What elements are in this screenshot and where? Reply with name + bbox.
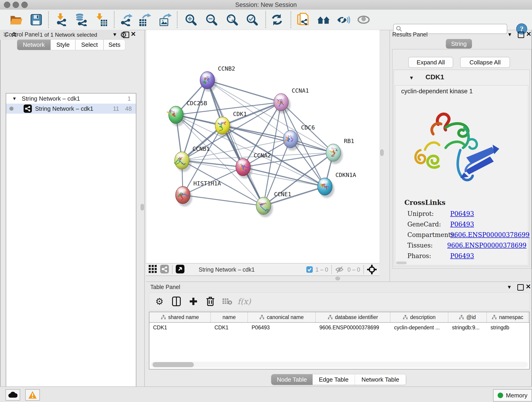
crosslink-link[interactable]: P06493 [450, 221, 474, 228]
table-hscroll-thumb[interactable] [152, 362, 194, 367]
network-row-selected[interactable]: String Network – cdk1 11 48 [6, 104, 136, 114]
edge-CCNB2-RB1[interactable] [207, 80, 333, 153]
left-splitter-handle[interactable] [141, 204, 144, 211]
first-neighbors-button[interactable] [316, 12, 331, 27]
export-table-icon [139, 13, 152, 26]
collapse-panel-icon[interactable]: ▼ [507, 32, 512, 38]
section-expand-icon[interactable]: ▼ [409, 75, 414, 81]
cell-1[interactable]: CDK1 [211, 323, 248, 332]
birdseye-crosshair-icon[interactable] [367, 265, 377, 274]
network-share-icon [24, 104, 32, 113]
cell-4[interactable]: cyclin-dependent ... [390, 323, 448, 332]
crosslink-link[interactable]: 9606.ENSP00000378699 [447, 242, 526, 249]
network-canvas[interactable]: CCNB2CCNA1CDC25BCDK1CDC6RB1CCNB1CCNA2CDK… [146, 30, 380, 264]
tab-network[interactable]: Network [17, 39, 51, 50]
open-session-button[interactable] [8, 12, 24, 27]
column-header-namespac[interactable]: namespac [487, 312, 529, 322]
results-hscroll-thumb[interactable] [396, 262, 407, 264]
cell-5[interactable]: stringdb:9... [448, 323, 487, 332]
collapse-panel-icon[interactable]: ▼ [112, 32, 117, 38]
hidden-count: 0 – 0 [347, 266, 360, 273]
gene-details: cyclin-dependent kinase 1 Cross [395, 85, 528, 265]
float-panel-icon[interactable] [123, 32, 129, 38]
close-panel-icon[interactable]: ✕ [526, 284, 531, 289]
collapse-all-button[interactable]: Collapse All [460, 57, 510, 68]
column-header-canonical-name[interactable]: canonical name [248, 312, 316, 322]
save-session-button[interactable] [28, 12, 44, 27]
tab-node-table[interactable]: Node Table [271, 374, 313, 385]
hide-selected-button[interactable] [336, 12, 351, 27]
node-count: 11 [113, 105, 119, 112]
show-grid-button[interactable] [149, 265, 157, 274]
tab-select[interactable]: Select [75, 39, 104, 50]
edge-count: 48 [125, 105, 132, 112]
export-network-button[interactable] [119, 12, 134, 27]
column-header-shared-name[interactable]: shared name [149, 312, 211, 322]
zoom-in-icon [185, 13, 197, 26]
export-table-button[interactable] [138, 12, 153, 27]
cloud-status-button[interactable] [6, 389, 20, 401]
crosslink-link[interactable]: 9606.ENSP00000378699 [450, 231, 530, 238]
node-CCNA1[interactable]: CCNA1 [274, 87, 309, 114]
cell-2[interactable]: P06493 [248, 323, 316, 332]
edge-CCNB2-CCNA1[interactable] [207, 80, 281, 102]
grid-icon [149, 265, 157, 273]
zoom-in-button[interactable] [183, 12, 199, 27]
close-panel-icon[interactable]: ✕ [131, 32, 136, 37]
float-panel-icon[interactable] [518, 32, 524, 38]
tab-edge-table[interactable]: Edge Table [313, 374, 355, 385]
memory-button[interactable]: Memory [493, 389, 532, 402]
export-image-button[interactable] [158, 12, 174, 27]
horizontal-splitter-handle[interactable] [336, 277, 340, 280]
cell-6[interactable]: stringdb [487, 323, 529, 332]
crosslink-link[interactable]: P06493 [450, 252, 474, 259]
edge-HIST1H1A-CCNE1[interactable] [183, 195, 264, 206]
expand-all-button[interactable]: Expand All [408, 57, 453, 68]
import-network-from-database-button[interactable] [74, 12, 89, 27]
import-table-button[interactable] [94, 12, 109, 27]
warnings-button[interactable] [25, 389, 40, 401]
close-panel-icon[interactable]: ✕ [526, 32, 531, 37]
cell-0[interactable]: CDK1 [149, 323, 211, 332]
column-header-name[interactable]: name [211, 312, 248, 322]
create-column-button[interactable] [185, 294, 202, 309]
northeast-arrow-icon [176, 265, 184, 274]
show-all-button[interactable] [356, 12, 371, 27]
node-label: CCNA1 [292, 87, 309, 94]
cell-3[interactable]: 9606.ENSP00000378699 [316, 323, 390, 332]
network-collection-row[interactable]: ▼ String Network – cdk1 1 [6, 94, 136, 104]
table-settings-gear-icon[interactable]: ⚙ [151, 294, 168, 309]
toolbar-separator [172, 265, 172, 274]
column-header-database-identifier[interactable]: database identifier [316, 312, 390, 322]
collection-expand-icon[interactable]: ▼ [12, 96, 17, 101]
column-header--id[interactable]: @id [448, 312, 487, 322]
tab-network-table[interactable]: Network Table [355, 374, 406, 385]
float-panel-icon[interactable] [517, 284, 524, 291]
import-network-button[interactable] [54, 12, 70, 27]
share-icon [160, 265, 169, 274]
node-RB1[interactable]: RB1 [326, 138, 354, 164]
network-share-view-button[interactable] [160, 265, 169, 274]
table-row[interactable]: CDK1CDK1P064939606.ENSP00000378699cyclin… [149, 323, 529, 332]
zoom-selected-button[interactable] [244, 12, 260, 27]
delete-column-button[interactable] [202, 294, 219, 309]
detach-view-button[interactable] [176, 265, 184, 274]
column-header-description[interactable]: description [390, 312, 448, 322]
edge-CDKN1A-CCNE1[interactable] [264, 186, 325, 206]
zoom-fit-button[interactable] [224, 12, 240, 27]
tab-string[interactable]: String [446, 39, 472, 49]
crosslink-link[interactable]: P06493 [450, 210, 474, 217]
node-CCNE1[interactable]: CCNE1 [256, 191, 291, 217]
tab-sets[interactable]: Sets [104, 39, 125, 50]
right-splitter-handle[interactable] [380, 149, 384, 156]
zoom-out-button[interactable] [204, 12, 219, 27]
selected-checkbox-icon[interactable] [306, 266, 313, 273]
new-network-from-selection-button[interactable] [296, 12, 311, 27]
apply-layout-button[interactable] [269, 12, 285, 27]
network-status-dot-icon [9, 107, 13, 111]
node-CDKN1A[interactable]: CDKN1A [317, 172, 356, 198]
collapse-panel-icon[interactable]: ▼ [507, 284, 512, 290]
tab-style[interactable]: Style [51, 39, 75, 50]
show-columns-button[interactable] [168, 294, 185, 309]
edge-CCNB2-CCNE1[interactable] [207, 80, 264, 206]
